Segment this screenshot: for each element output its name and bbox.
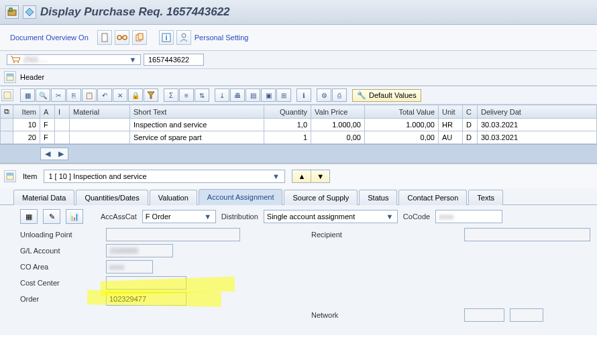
col-a[interactable]: A — [40, 105, 55, 119]
unloading-label: Unloading Point — [20, 231, 101, 239]
tab-status[interactable]: Status — [359, 190, 397, 205]
grid-expand-icon[interactable]: ⊞ — [276, 88, 291, 102]
grid-paste-icon[interactable]: 📋 — [82, 88, 97, 102]
tab-material-data[interactable]: Material Data — [13, 190, 74, 205]
col-shorttext[interactable]: Short Text — [130, 105, 264, 119]
grid-cut-icon[interactable]: ✂ — [51, 88, 66, 102]
default-values-button[interactable]: 🔧 Default Values — [352, 89, 421, 102]
grid-print-icon[interactable]: 🖶 — [230, 88, 245, 102]
create-icon[interactable] — [97, 30, 112, 45]
tab-quantities-dates[interactable]: Quantities/Dates — [76, 190, 148, 205]
grid-delete-icon[interactable]: ✕ — [113, 88, 127, 102]
copy-doc-icon[interactable] — [132, 30, 147, 45]
coarea-field[interactable]: xxxx — [106, 260, 153, 274]
svg-rect-3 — [102, 34, 107, 42]
svg-rect-19 — [7, 173, 13, 176]
title-bar: Display Purchase Req. 1657443622 — [0, 0, 597, 25]
grid-variant-icon[interactable]: ⎙ — [332, 88, 347, 102]
distribution-label: Distribution — [221, 213, 258, 221]
doc-overview-button[interactable]: Document Overview On — [4, 30, 95, 45]
col-qty[interactable]: Quantity — [264, 105, 311, 119]
grid-filter-icon[interactable] — [144, 88, 158, 102]
svg-point-13 — [17, 62, 19, 63]
grid-undo-icon[interactable]: ↶ — [97, 88, 112, 102]
col-valn[interactable]: Valn Price — [311, 105, 365, 119]
doc-number-field[interactable]: 1657443622 — [144, 54, 204, 66]
collapse-icon[interactable] — [4, 71, 16, 83]
item-dropdown[interactable]: 1 [ 10 ] Inspection and service ▼ — [44, 170, 285, 183]
grid-subtotal-icon[interactable]: ≡ — [179, 88, 194, 102]
col-item[interactable]: Item — [13, 105, 40, 119]
grid-lock-icon[interactable]: 🔒 — [128, 88, 143, 102]
col-delivery[interactable]: Delivery Dat — [478, 105, 597, 119]
scroll-right-icon[interactable]: ▶ — [54, 148, 68, 160]
order-field[interactable]: 102329477 — [106, 292, 186, 306]
network-activity-field[interactable] — [510, 308, 543, 322]
coarea-label: CO Area — [20, 263, 101, 271]
svg-rect-15 — [7, 74, 13, 76]
item-prev-button[interactable]: ▲ — [292, 170, 311, 182]
personal-setting-button[interactable]: Personal Setting — [194, 30, 255, 45]
costcenter-label: Cost Center — [20, 279, 101, 287]
cocode-field[interactable]: xxxx — [435, 210, 502, 223]
grid-layout-icon[interactable]: ▦ — [20, 88, 35, 102]
header-section-title-row: Header — [0, 68, 597, 86]
cart-icon — [10, 56, 21, 64]
expand-grid-icon[interactable] — [1, 89, 13, 101]
tab-contact-person[interactable]: Contact Person — [398, 190, 467, 205]
form-table-icon[interactable]: ▦ — [20, 209, 38, 224]
doc-type-dropdown[interactable]: ZNS … ▼ — [7, 54, 141, 65]
col-total[interactable]: Total Value — [365, 105, 439, 119]
grid-detail-icon[interactable]: ▣ — [261, 88, 276, 102]
svg-rect-1 — [9, 8, 12, 11]
gl-field[interactable]: 1500000 — [106, 244, 173, 257]
grid-find-icon[interactable]: 🔍 — [36, 88, 50, 102]
tab-texts[interactable]: Texts — [468, 190, 503, 205]
grid-info2-icon[interactable]: ℹ — [296, 88, 311, 102]
wrench-icon: 🔧 — [357, 91, 366, 100]
main-toolbar: Document Overview On i Personal Setting — [0, 25, 597, 51]
costcenter-field[interactable] — [106, 276, 186, 290]
scroll-left-icon[interactable]: ◀ — [41, 148, 54, 160]
col-c[interactable]: C — [463, 105, 478, 119]
grid-copy-icon[interactable]: ⎘ — [66, 88, 81, 102]
grid-sum-icon[interactable]: Σ — [164, 88, 178, 102]
tab-valuation[interactable]: Valuation — [150, 190, 197, 205]
table-row[interactable]: 20 F Service of spare part 1 0,00 0,00 A… — [1, 131, 597, 144]
item-collapse-icon[interactable] — [4, 170, 16, 182]
item-selector-row: Item 1 [ 10 ] Inspection and service ▼ ▲… — [0, 164, 597, 188]
gl-label: G/L Account — [20, 247, 101, 255]
personal-setting-icon[interactable] — [176, 30, 191, 45]
display-glasses-icon[interactable] — [115, 30, 129, 45]
info-icon[interactable]: i — [159, 30, 174, 45]
col-unit[interactable]: Unit — [439, 105, 463, 119]
grid-sort-icon[interactable]: ⇅ — [195, 88, 209, 102]
col-i[interactable]: I — [55, 105, 70, 119]
distribution-field[interactable]: Single account assignment ▼ — [264, 210, 398, 223]
recipient-field[interactable] — [464, 228, 590, 241]
default-values-label: Default Values — [369, 91, 417, 99]
form-edit-icon[interactable]: ✎ — [43, 209, 60, 224]
grid-settings-icon[interactable]: ⚙ — [317, 88, 331, 102]
items-grid: ⧉ Item A I Material Short Text Quantity … — [0, 105, 597, 144]
tab-account-assignment[interactable]: Account Assignment — [199, 189, 283, 205]
accasscat-field[interactable]: F Order ▼ — [142, 210, 216, 223]
col-material[interactable]: Material — [70, 105, 130, 119]
unloading-field[interactable] — [106, 228, 240, 241]
svg-marker-2 — [25, 8, 34, 16]
item-tabs: Material Data Quantities/Dates Valuation… — [0, 188, 597, 205]
row-sel-header[interactable]: ⧉ — [1, 105, 13, 119]
order-label: Order — [20, 295, 101, 303]
svg-point-4 — [117, 36, 121, 40]
tab-source-supply[interactable]: Source of Supply — [284, 190, 358, 205]
form-graph-icon[interactable]: 📊 — [66, 209, 83, 224]
app-icon-1 — [5, 5, 19, 19]
grid-graph-icon[interactable]: ▤ — [246, 88, 260, 102]
svg-point-12 — [13, 62, 15, 63]
grid-export-icon[interactable]: ⤓ — [215, 88, 229, 102]
doc-type-value: ZNS … — [23, 56, 48, 64]
table-row[interactable]: 10 F Inspection and service 1,0 1.000,00… — [1, 119, 597, 131]
network-field[interactable] — [464, 308, 504, 322]
account-assignment-form: ▦ ✎ 📊 AccAssCat F Order ▼ Distribution S… — [0, 205, 597, 335]
item-next-button[interactable]: ▼ — [311, 170, 329, 182]
